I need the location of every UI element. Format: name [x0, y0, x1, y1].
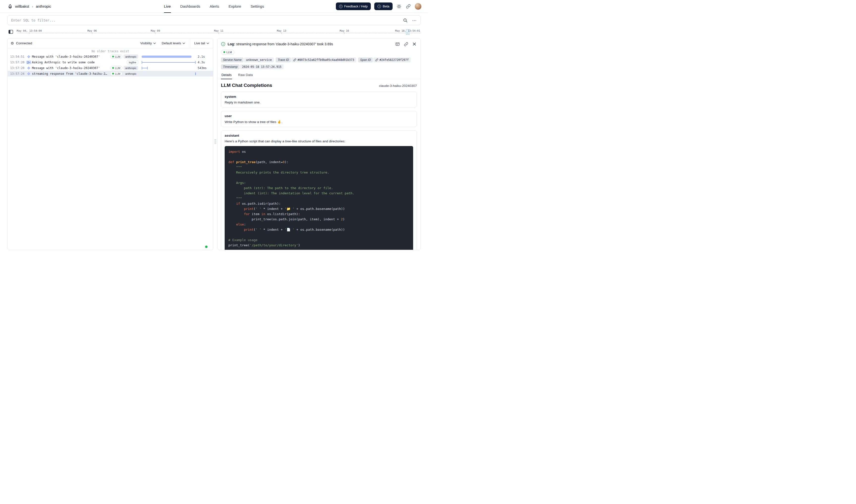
code-line: path (str): The path to the directory or… — [225, 185, 413, 191]
trace-row[interactable]: 13:57:24streaming response from 'claude-… — [8, 71, 213, 76]
code-line: """ — [225, 196, 413, 201]
close-panel-button[interactable] — [412, 41, 417, 47]
trace-duration: 543ms — [198, 66, 211, 70]
trace-panel-header: ⚙ Connected Visibility Default levels Li… — [8, 38, 213, 48]
default-levels-label: Default levels — [162, 41, 181, 45]
chip-anthropic: anthropic — [124, 54, 138, 59]
trace-label: streaming response from 'claude-3-haiku-… — [32, 72, 108, 75]
code-line: import os — [225, 149, 413, 154]
message-role: assistant — [225, 134, 413, 138]
nav-tabs: LiveDashboardsAlertsExploreSettings — [164, 0, 264, 13]
trace-time: 13:57:20 — [10, 61, 26, 64]
gear-icon[interactable]: ⚙ — [11, 41, 14, 46]
connection-status: ⚙ Connected — [11, 41, 32, 46]
main-content: ⚙ Connected Visibility Default levels Li… — [7, 38, 421, 250]
span-diamond-icon — [27, 72, 30, 75]
trace-row[interactable]: 13:57:202−Asking Anthropic to write some… — [8, 59, 213, 65]
drag-handle-icon — [214, 139, 216, 144]
feedback-help-button[interactable]: ? Feedback / Help — [336, 2, 371, 10]
attribute-value[interactable]: #8073c52a62ffb9ba05c4aa948d01b373 — [291, 57, 356, 62]
timeline-selection[interactable] — [406, 30, 409, 35]
span-diamond-icon — [27, 55, 30, 58]
chip-anthropic: anthropic — [124, 72, 138, 76]
tab-alerts[interactable]: Alerts — [210, 0, 219, 13]
attribute-value[interactable]: #24fe5822720f297f — [373, 57, 410, 62]
tab-explore[interactable]: Explore — [229, 0, 241, 13]
live-tail-dropdown[interactable]: Live tail — [190, 38, 213, 48]
message-role: system — [225, 95, 413, 98]
chevron-down-icon — [153, 42, 156, 44]
trace-row[interactable]: 13:54:51Message with 'claude-3-haiku-202… — [8, 54, 213, 59]
chip-anthropic: anthropic — [124, 66, 138, 70]
attribute-value-text: #24fe5822720f297f — [380, 58, 409, 61]
chip-label: LLM — [115, 55, 120, 58]
link-icon — [293, 58, 296, 61]
code-line: """ — [225, 165, 413, 170]
section-title: LLM Chat Completions — [221, 83, 272, 88]
link-icon — [406, 4, 410, 9]
breadcrumb-separator: › — [32, 4, 33, 8]
tab-settings[interactable]: Settings — [251, 0, 264, 13]
tab-live[interactable]: Live — [164, 0, 171, 13]
link-icon — [404, 42, 408, 46]
collapse-badge[interactable]: 2− — [26, 61, 32, 64]
layout-view-button[interactable] — [395, 41, 400, 47]
more-options-button[interactable]: ⋯ — [412, 18, 417, 23]
message-card-user: userWrite Python to show a tree of files… — [221, 111, 417, 127]
code-line: # Example usage — [225, 237, 413, 242]
span-diamond-icon — [27, 67, 30, 69]
chip-llm: LLM — [110, 72, 122, 76]
close-icon — [413, 42, 416, 46]
search-button[interactable] — [402, 18, 408, 23]
breadcrumb-project[interactable]: anthropic — [36, 4, 51, 8]
visibility-label: Visibility — [140, 41, 152, 45]
default-levels-dropdown[interactable]: Default levels — [162, 41, 185, 45]
share-link-button[interactable] — [405, 3, 411, 9]
beta-button[interactable]: i Beta — [374, 2, 392, 10]
info-icon — [221, 42, 225, 46]
connection-status-label: Connected — [16, 41, 32, 45]
no-older-traces-message: No older traces exist — [8, 48, 213, 54]
code-line: if os.path.isdir(path): — [225, 201, 413, 206]
message-card-system: systemReply in markdown one. — [221, 92, 417, 107]
trace-label: Message with 'claude-3-haiku-20240307' — [32, 55, 108, 58]
tab-dashboards[interactable]: Dashboards — [180, 0, 200, 13]
detail-tab-raw-data[interactable]: Raw Data — [238, 72, 253, 79]
search-icon — [403, 18, 408, 23]
message-text: Write Python to show a tree of files 🤞. — [225, 120, 413, 124]
chip-logfire: logfire — [127, 60, 138, 65]
trace-duration-bar — [195, 72, 196, 75]
code-line — [225, 175, 413, 180]
breadcrumb-org[interactable]: willbakst — [15, 4, 29, 8]
trace-duration: 4.3s — [198, 61, 211, 64]
logfire-logo-icon[interactable] — [7, 4, 13, 9]
chip-label: logfire — [129, 61, 136, 64]
attribute-value[interactable]: unknown_service — [244, 57, 274, 62]
log-title: Log: streaming response from 'claude-3-h… — [228, 42, 392, 46]
code-line: for item in os.listdir(path): — [225, 211, 413, 217]
trace-time: 13:54:51 — [10, 55, 26, 58]
detail-tabs: DetailsRaw Data — [217, 72, 420, 79]
sidebar-toggle-button[interactable] — [7, 29, 14, 35]
live-indicator-dot — [205, 246, 208, 248]
panel-resizer[interactable] — [213, 38, 217, 250]
theme-toggle-button[interactable] — [396, 3, 402, 10]
trace-time: 13:57:20 — [10, 66, 26, 70]
copy-link-button[interactable] — [403, 41, 409, 47]
trace-row[interactable]: 13:57:20Message with 'claude-3-haiku-202… — [8, 65, 213, 71]
detail-panel: Log: streaming response from 'claude-3-h… — [217, 38, 421, 250]
log-title-text: streaming response from 'claude-3-haiku-… — [235, 42, 333, 46]
trace-chips: logfire — [127, 60, 138, 65]
user-avatar[interactable] — [415, 3, 422, 10]
question-circle-icon: ? — [339, 5, 343, 8]
attribute: Span ID#24fe5822720f297f — [358, 57, 410, 62]
detail-body: LLM Chat Completions claude-3-haiku-2024… — [217, 79, 420, 250]
detail-tab-details[interactable]: Details — [221, 72, 232, 79]
code-line: print_tree('/path/to/your/directory') — [225, 242, 413, 248]
timeline-track[interactable]: May 04, 13:54:00May 06May 09May 11May 13… — [18, 28, 421, 36]
sun-icon — [397, 4, 402, 9]
timeline-label: May 04, 13:54:00 — [17, 29, 42, 32]
sql-filter-input[interactable] — [11, 18, 402, 22]
visibility-dropdown[interactable]: Visibility — [140, 41, 156, 45]
timeline-tick — [281, 32, 282, 34]
